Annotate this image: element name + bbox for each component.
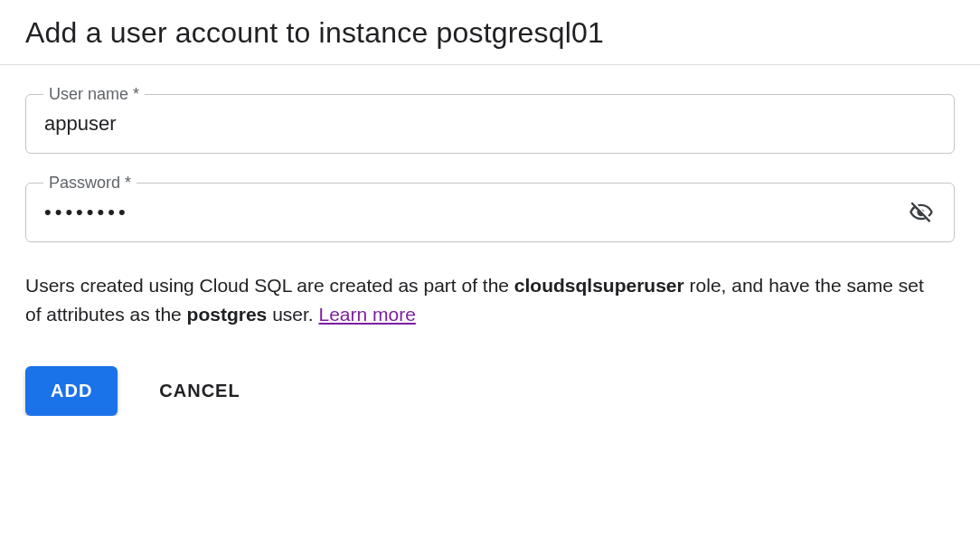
visibility-off-icon xyxy=(909,200,934,225)
username-label: User name * xyxy=(43,85,145,104)
header: Add a user account to instance postgresq… xyxy=(0,0,980,65)
info-text: Users created using Cloud SQL are create… xyxy=(25,271,938,328)
page-title: Add a user account to instance postgresq… xyxy=(25,16,955,50)
toggle-password-visibility-button[interactable] xyxy=(905,196,938,229)
username-input[interactable] xyxy=(42,111,938,137)
learn-more-link[interactable]: Learn more xyxy=(319,304,416,325)
username-field: User name * xyxy=(25,94,955,154)
cancel-button[interactable]: CANCEL xyxy=(154,380,245,402)
add-button[interactable]: ADD xyxy=(25,366,118,416)
info-prefix: Users created using Cloud SQL are create… xyxy=(25,275,514,296)
password-label: Password * xyxy=(43,174,137,193)
info-user: postgres xyxy=(187,304,268,325)
info-role: cloudsqlsuperuser xyxy=(514,275,684,296)
actions: ADD CANCEL xyxy=(25,366,955,416)
info-suffix: user. xyxy=(267,304,318,325)
password-input[interactable] xyxy=(42,200,905,225)
password-field: Password * xyxy=(25,183,955,242)
